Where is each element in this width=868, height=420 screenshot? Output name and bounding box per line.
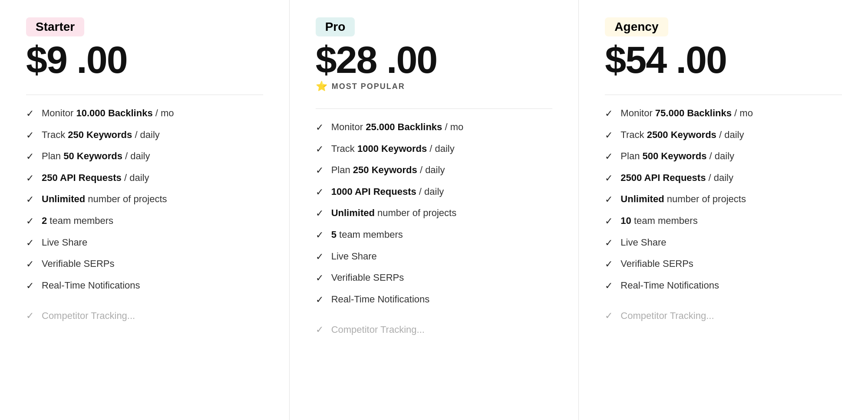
feature-item: ✓Track 250 Keywords / daily	[26, 129, 263, 142]
divider-agency	[605, 95, 842, 95]
checkmark-icon: ✓	[605, 108, 613, 120]
feature-text: 10 team members	[620, 215, 697, 227]
star-icon: ⭐	[316, 81, 328, 92]
plan-header-agency: Agency$54 .00	[605, 17, 842, 81]
feature-text: Track 1000 Keywords / daily	[331, 143, 455, 155]
feature-text: Track 250 Keywords / daily	[42, 129, 160, 141]
feature-text: Monitor 10.000 Backlinks / mo	[42, 107, 174, 120]
feature-text: Live Share	[331, 250, 377, 263]
feature-text-faded: Competitor Tracking...	[42, 310, 135, 322]
checkmark-icon: ✓	[605, 172, 613, 185]
feature-item: ✓Monitor 25.000 Backlinks / mo	[316, 121, 553, 134]
feature-item: ✓Track 1000 Keywords / daily	[316, 143, 553, 156]
feature-item: ✓1000 API Requests / daily	[316, 186, 553, 199]
feature-item: ✓Live Share	[316, 250, 553, 263]
checkmark-icon: ✓	[26, 237, 34, 249]
plan-header-starter: Starter$9 .00	[26, 17, 263, 81]
plan-badge-starter: Starter	[26, 17, 84, 36]
feature-text: Monitor 75.000 Backlinks / mo	[620, 107, 753, 120]
features-list-agency: ✓Monitor 75.000 Backlinks / mo✓Track 250…	[605, 107, 842, 322]
feature-text: Live Share	[42, 236, 87, 249]
divider-starter	[26, 95, 263, 95]
feature-text: Unlimited number of projects	[42, 193, 167, 206]
feature-item: ✓Real-Time Notifications	[605, 279, 842, 292]
plan-badge-agency: Agency	[605, 17, 668, 36]
feature-item: ✓Plan 250 Keywords / daily	[316, 164, 553, 177]
feature-item: ✓Verifiable SERPs	[605, 258, 842, 271]
feature-item: ✓Verifiable SERPs	[316, 272, 553, 285]
plan-column-pro: Pro$28 .00⭐MOST POPULAR✓Monitor 25.000 B…	[290, 0, 579, 420]
checkmark-icon: ✓	[605, 129, 613, 142]
feature-text: Verifiable SERPs	[620, 258, 693, 270]
plan-header-pro: Pro$28 .00⭐MOST POPULAR	[316, 17, 553, 95]
feature-text: Plan 50 Keywords / daily	[42, 150, 150, 163]
plan-badge-pro: Pro	[316, 17, 355, 36]
feature-text: Unlimited number of projects	[331, 207, 457, 220]
checkmark-icon: ✓	[605, 151, 613, 163]
most-popular-label: MOST POPULAR	[332, 82, 405, 91]
checkmark-icon: ✓	[26, 194, 34, 206]
feature-item: ✓Unlimited number of projects	[605, 193, 842, 206]
feature-item: ✓2 team members	[26, 215, 263, 228]
checkmark-icon: ✓	[26, 151, 34, 163]
feature-item: ✓Live Share	[605, 236, 842, 249]
checkmark-icon: ✓	[316, 294, 323, 306]
feature-text: Monitor 25.000 Backlinks / mo	[331, 121, 464, 134]
checkmark-icon: ✓	[316, 121, 323, 134]
checkmark-icon: ✓	[316, 207, 323, 220]
checkmark-icon-faded: ✓	[605, 310, 613, 322]
feature-item: ✓Plan 500 Keywords / daily	[605, 150, 842, 163]
checkmark-icon: ✓	[26, 258, 34, 271]
plan-price-agency: $54 .00	[605, 41, 726, 79]
feature-item: ✓2500 API Requests / daily	[605, 172, 842, 185]
checkmark-icon: ✓	[605, 215, 613, 228]
feature-item: ✓Real-Time Notifications	[26, 279, 263, 292]
feature-item: ✓Unlimited number of projects	[26, 193, 263, 206]
feature-text: Live Share	[620, 236, 666, 249]
checkmark-icon-faded: ✓	[26, 310, 34, 322]
plan-column-agency: Agency$54 .00✓Monitor 75.000 Backlinks /…	[579, 0, 868, 420]
checkmark-icon: ✓	[316, 251, 323, 263]
feature-text: 1000 API Requests / daily	[331, 186, 444, 198]
checkmark-icon: ✓	[26, 108, 34, 120]
checkmark-icon: ✓	[26, 280, 34, 292]
feature-text: Verifiable SERPs	[331, 272, 404, 284]
feature-text: Real-Time Notifications	[620, 279, 719, 292]
feature-item-faded: ✓Competitor Tracking...	[316, 323, 553, 336]
feature-text: 2 team members	[42, 215, 113, 227]
feature-item: ✓5 team members	[316, 229, 553, 242]
checkmark-icon: ✓	[605, 280, 613, 292]
feature-item: ✓Monitor 75.000 Backlinks / mo	[605, 107, 842, 120]
feature-item: ✓Monitor 10.000 Backlinks / mo	[26, 107, 263, 120]
feature-text: Verifiable SERPs	[42, 258, 115, 270]
most-popular-badge: ⭐MOST POPULAR	[316, 81, 405, 92]
checkmark-icon: ✓	[605, 258, 613, 271]
feature-text: Real-Time Notifications	[331, 293, 430, 306]
checkmark-icon: ✓	[605, 194, 613, 206]
checkmark-icon: ✓	[26, 172, 34, 185]
feature-item: ✓Unlimited number of projects	[316, 207, 553, 220]
feature-text-faded: Competitor Tracking...	[620, 310, 714, 322]
features-list-pro: ✓Monitor 25.000 Backlinks / mo✓Track 100…	[316, 121, 553, 336]
feature-item: ✓250 API Requests / daily	[26, 172, 263, 185]
plan-price-pro: $28 .00	[316, 41, 437, 79]
feature-text: 250 API Requests / daily	[42, 172, 149, 184]
checkmark-icon: ✓	[26, 129, 34, 142]
plan-column-starter: Starter$9 .00✓Monitor 10.000 Backlinks /…	[0, 0, 290, 420]
feature-item: ✓Live Share	[26, 236, 263, 249]
feature-text: Real-Time Notifications	[42, 279, 140, 292]
checkmark-icon-faded: ✓	[316, 324, 323, 336]
divider-pro	[316, 108, 553, 109]
feature-item-faded: ✓Competitor Tracking...	[605, 309, 842, 322]
pricing-container: Starter$9 .00✓Monitor 10.000 Backlinks /…	[0, 0, 868, 420]
feature-text: 5 team members	[331, 229, 403, 241]
checkmark-icon: ✓	[605, 237, 613, 249]
feature-item: ✓Track 2500 Keywords / daily	[605, 129, 842, 142]
checkmark-icon: ✓	[316, 229, 323, 242]
feature-text: 2500 API Requests / daily	[620, 172, 733, 184]
checkmark-icon: ✓	[316, 164, 323, 177]
features-list-starter: ✓Monitor 10.000 Backlinks / mo✓Track 250…	[26, 107, 263, 322]
feature-text: Unlimited number of projects	[620, 193, 746, 206]
feature-text-faded: Competitor Tracking...	[331, 324, 425, 336]
feature-text: Plan 500 Keywords / daily	[620, 150, 734, 163]
